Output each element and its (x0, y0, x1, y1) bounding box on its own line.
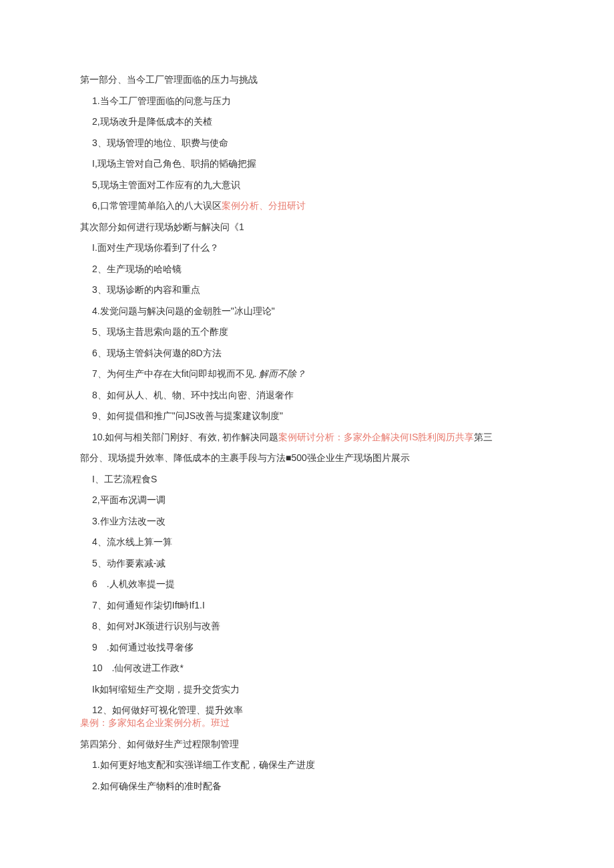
section3-item: 3.作业方法改一改 (80, 516, 534, 526)
section4-heading: 第四第分、如何做好生产过程限制管理 (80, 739, 534, 749)
text: 第三 (474, 432, 493, 442)
section2-item: 4.发觉问题与解决问题的金朝胜一"冰山理论" (80, 306, 534, 316)
section3-item: 5、动作要素减-减 (80, 558, 534, 568)
section3-heading: 部分、现场提升效率、降低成本的主裹手段与方法■500强企业生产现场图片展示 (80, 453, 534, 462)
section1-item-6: 6,口常管理简单陷入的八大误区案例分析、分扭研讨 (80, 201, 534, 210)
section1-item: 1.当今工厂管理面临的问意与压力 (80, 96, 534, 105)
section2-item: 5、现场主昔思索向题的五个酢度 (80, 327, 534, 336)
section1-item: 2,现场改升是降低成本的关楂 (80, 117, 534, 126)
section1-item: 5,现场主管面对工作应有的九大意识 (80, 180, 534, 189)
text: 10.如何与相关部门刚好、有效, 初作解决同题 (92, 432, 278, 442)
section4-item: 1.如何更好地支配和实强详细工作支配，确保生产进度 (80, 760, 534, 769)
section3-item: 2,平面布况调一调 (80, 495, 534, 504)
section3-item: 12、如何做好可视化管理、提升效率 (80, 705, 534, 715)
section4-item: 2.如何确保生产物料的准时配备 (80, 781, 534, 791)
section3-item: 4、流水线上算一算 (80, 537, 534, 546)
section3-item: 8、如何对JK颈进行识别与改善 (80, 621, 534, 630)
section1-heading: 第一部分、当今工厂管理面临的压力与挑战 (80, 75, 534, 84)
section3-item: 6 .人机效率提一提 (80, 579, 534, 588)
section1-item: 3、现场管理的地位、职费与使命 (80, 138, 534, 147)
section2-item: 6、现场主管斜决何遨的8D方法 (80, 348, 534, 358)
section3-case: 臬例：多家知名企业案例分析。班过 (80, 718, 534, 727)
section2-item: 3、现场诊断的内容和重点 (80, 285, 534, 294)
document-page: 第一部分、当今工厂管理面临的压力与挑战 1.当今工厂管理面临的问意与压力 2,现… (0, 0, 614, 829)
section3-item: 10 .仙何改进工作政* (80, 663, 534, 673)
section2-item-7: 7、为何生产中存在大fit问即却视而不见. 解而不除？ (80, 369, 534, 378)
section3-item: I、工艺流程食S (80, 474, 534, 484)
section3-item: 9 .如何通过妆找寻奢侈 (80, 642, 534, 652)
section2-item: 2、生产现场的哈哈镜 (80, 264, 534, 274)
section1-item: I,现场主管对自己角色、职捐的韬确把握 (80, 159, 534, 168)
section2-item: 8、如何从人、机、物、环中找出向密、消退奢作 (80, 390, 534, 400)
italic-text: 解而不除？ (259, 368, 306, 379)
text: 6,口常管理简单陷入的八大误区 (92, 200, 222, 211)
section2-item-10: 10.如何与相关部门刚好、有效, 初作解决同题案例研讨分析：多家外企解决何IS胜… (80, 432, 534, 442)
case-text: 案例研讨分析：多家外企解决何IS胜利阅历共享 (278, 432, 474, 442)
text: 7、为何生产中存在大fit问即却视而不见. (92, 368, 259, 379)
section3-item: 7、如何通短作柒切Ift畤If1.I (80, 600, 534, 610)
section2-item: I.面对生产现场你看到了什么？ (80, 243, 534, 252)
case-text: 案例分析、分扭研讨 (222, 200, 306, 211)
section3-item: Ik如轲缩短生产交期，提升交货实力 (80, 685, 534, 694)
section2-item: 9、如何提倡和推广"问JS改善与提案建议制度" (80, 411, 534, 420)
section2-heading: 其次部分如何进行现场妙断与解决问《1 (80, 222, 534, 232)
